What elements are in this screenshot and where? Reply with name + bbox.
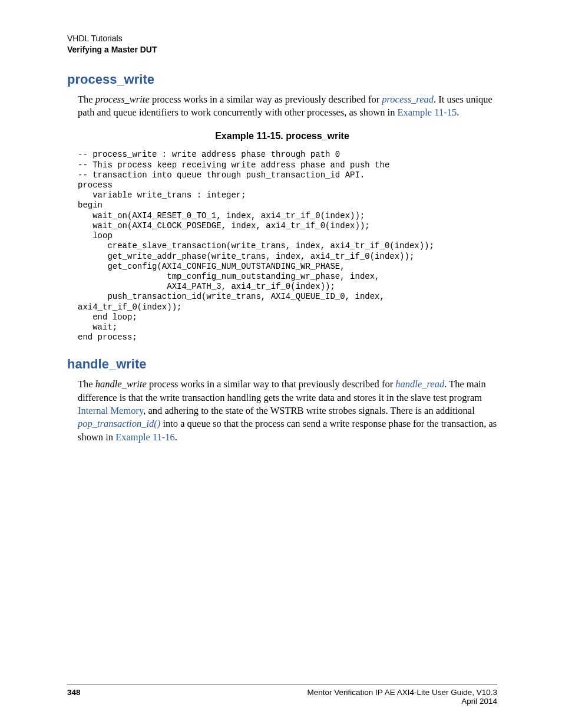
section-title-process-write: process_write bbox=[67, 72, 497, 87]
section-title-handle-write: handle_write bbox=[67, 357, 497, 372]
footer-guide: Mentor Verification IP AE AXI4-Lite User… bbox=[308, 688, 497, 697]
footer-date: April 2014 bbox=[308, 697, 497, 706]
page-number: 348 bbox=[67, 688, 81, 706]
footer-right: Mentor Verification IP AE AXI4-Lite User… bbox=[308, 688, 497, 706]
link-example-11-16[interactable]: Example 11-16 bbox=[115, 431, 175, 443]
text: . bbox=[457, 107, 459, 118]
em-handle-write: handle_write bbox=[95, 378, 147, 390]
running-header: VHDL Tutorials Verifying a Master DUT bbox=[67, 33, 497, 55]
text: , and adhering to the state of the WSTRB… bbox=[143, 405, 475, 416]
text: process works in a similar way to that p… bbox=[147, 378, 395, 390]
paragraph-process-write: The process_write process works in a sim… bbox=[78, 93, 497, 120]
text: process works in a similar way as previo… bbox=[150, 94, 382, 105]
example-title: Example 11-15. process_write bbox=[67, 131, 497, 141]
link-pop-transaction-id[interactable]: pop_transaction_id() bbox=[78, 418, 160, 429]
link-process-read[interactable]: process_read bbox=[382, 94, 434, 105]
header-line-2: Verifying a Master DUT bbox=[67, 44, 497, 55]
text: The bbox=[78, 94, 95, 105]
header-line-1: VHDL Tutorials bbox=[67, 33, 497, 44]
paragraph-handle-write: The handle_write process works in a simi… bbox=[78, 378, 497, 443]
text: The bbox=[78, 378, 95, 390]
link-handle-read[interactable]: handle_read bbox=[395, 378, 444, 390]
page: VHDL Tutorials Verifying a Master DUT pr… bbox=[0, 0, 562, 728]
em-process-write: process_write bbox=[95, 94, 150, 105]
link-internal-memory[interactable]: Internal Memory bbox=[78, 405, 143, 416]
link-example-11-15[interactable]: Example 11-15 bbox=[398, 107, 457, 118]
page-footer: 348 Mentor Verification IP AE AXI4-Lite … bbox=[67, 684, 497, 706]
text: . bbox=[175, 431, 177, 443]
code-block-process-write: -- process_write : write address phase t… bbox=[78, 150, 497, 342]
